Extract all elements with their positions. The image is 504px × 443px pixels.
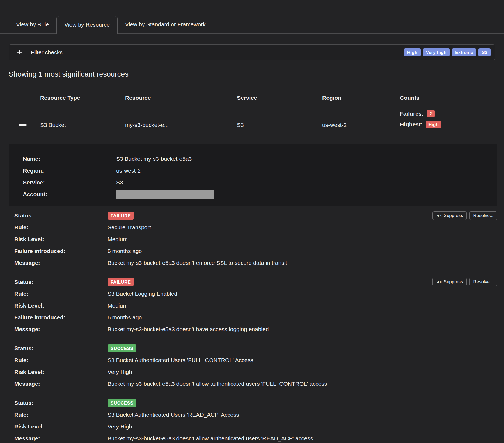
message-value: Bucket my-s3-bucket-e5a3 doesn't have ac… <box>108 326 269 333</box>
failure-introduced-value: 6 months ago <box>108 248 142 254</box>
status-badge-success: SUCCESS <box>108 399 136 407</box>
header-counts: Counts <box>400 95 504 101</box>
resolve-button[interactable]: Resolve... <box>469 278 497 286</box>
message-value: Bucket my-s3-bucket-e5a3 doesn't enforce… <box>108 260 287 266</box>
highest-label: Highest: <box>400 121 423 128</box>
detail-row-service: Service: S3 <box>23 177 497 188</box>
suppress-button[interactable]: ◄× Suppress <box>432 278 467 286</box>
status-label: Status: <box>14 345 108 352</box>
message-value: Bucket my-s3-bucket-e5a3 doesn't allow a… <box>108 381 327 387</box>
detail-row-region: Region: us-west-2 <box>23 165 497 177</box>
tab-view-by-resource[interactable]: View by Resource <box>56 16 118 34</box>
mute-speaker-icon: ◄× <box>436 214 442 217</box>
check-block-secure-transport: Status: FAILURE ◄× Suppress Resolve... R… <box>0 206 504 273</box>
filter-badge-extreme[interactable]: Extreme <box>452 48 476 56</box>
header-resource: Resource <box>125 95 237 101</box>
check-block-read-acp-access: Status: SUCCESS Rule:S3 Bucket Authentic… <box>0 394 504 443</box>
detail-row-account: Account: <box>23 188 497 200</box>
filter-badge-very-high[interactable]: Very high <box>423 48 450 56</box>
detail-name-value: S3 Bucket my-s3-bucket-e5a3 <box>116 156 192 162</box>
rule-value: S3 Bucket Logging Enabled <box>108 291 177 297</box>
filter-checks-label: Filter checks <box>31 49 63 56</box>
message-value: Bucket my-s3-bucket-e5a3 doesn't allow a… <box>108 435 313 442</box>
rule-value: S3 Bucket Authenticated Users 'FULL_CONT… <box>108 357 253 363</box>
plus-icon: + <box>17 47 22 56</box>
header-region: Region <box>322 95 400 101</box>
tab-view-by-rule[interactable]: View by Rule <box>9 16 56 33</box>
filter-checks-bar[interactable]: + Filter checks High Very high Extreme S… <box>9 44 495 60</box>
cell-resource-type: S3 Bucket <box>40 106 125 144</box>
results-count: 1 <box>38 70 42 78</box>
risk-level-value: Medium <box>108 236 128 242</box>
status-badge-failure: FAILURE <box>108 212 134 220</box>
risk-level-value: Very High <box>108 369 132 375</box>
cell-service: S3 <box>237 106 322 144</box>
results-summary: Showing 1 most significant resources <box>9 70 504 78</box>
header-service: Service <box>237 95 322 101</box>
rule-value: S3 Bucket Authenticated Users 'READ_ACP'… <box>108 412 239 418</box>
filter-badges: High Very high Extreme S3 <box>404 48 491 56</box>
cell-resource: my-s3-bucket-e... <box>125 106 237 144</box>
filter-badge-high[interactable]: High <box>404 48 421 56</box>
check-block-logging-enabled: Status: FAILURE ◄× Suppress Resolve... R… <box>0 273 504 339</box>
status-badge-success: SUCCESS <box>108 344 136 352</box>
status-label: Status: <box>14 279 108 285</box>
suppress-button[interactable]: ◄× Suppress <box>432 211 467 220</box>
status-badge-failure: FAILURE <box>108 278 134 286</box>
failure-introduced-value: 6 months ago <box>108 314 142 321</box>
view-tabs: View by Rule View by Resource View by St… <box>0 16 504 34</box>
failures-count-badge: 2 <box>427 110 435 117</box>
cell-region: us-west-2 <box>322 106 400 144</box>
filter-badge-s3[interactable]: S3 <box>478 48 491 56</box>
tab-view-by-standard-or-framework[interactable]: View by Standard or Framework <box>118 16 213 33</box>
mute-speaker-icon: ◄× <box>436 280 442 284</box>
check-list: Status: FAILURE ◄× Suppress Resolve... R… <box>0 206 504 443</box>
failures-label: Failures: <box>400 110 424 117</box>
table-row[interactable]: S3 Bucket my-s3-bucket-e... S3 us-west-2… <box>0 106 504 144</box>
cell-counts: Failures: 2 Highest: High <box>400 106 504 144</box>
rule-value: Secure Transport <box>108 224 151 231</box>
detail-service-value: S3 <box>116 179 123 186</box>
header-resource-type: Resource Type <box>40 95 125 101</box>
status-label: Status: <box>14 212 108 219</box>
highest-risk-badge: High <box>426 121 441 128</box>
resolve-button[interactable]: Resolve... <box>469 211 497 220</box>
top-divider <box>0 0 504 8</box>
detail-region-value: us-west-2 <box>116 167 141 174</box>
status-label: Status: <box>14 400 108 406</box>
redacted-account-value <box>116 190 214 199</box>
collapse-row-icon[interactable] <box>19 124 27 126</box>
table-header-row: Resource Type Resource Service Region Co… <box>0 95 504 106</box>
risk-level-value: Medium <box>108 302 128 309</box>
resource-detail-panel: Name: S3 Bucket my-s3-bucket-e5a3 Region… <box>9 144 497 206</box>
check-block-full-control-access: Status: SUCCESS Rule:S3 Bucket Authentic… <box>0 339 504 394</box>
risk-level-value: Very High <box>108 423 132 430</box>
detail-row-name: Name: S3 Bucket my-s3-bucket-e5a3 <box>23 153 497 165</box>
